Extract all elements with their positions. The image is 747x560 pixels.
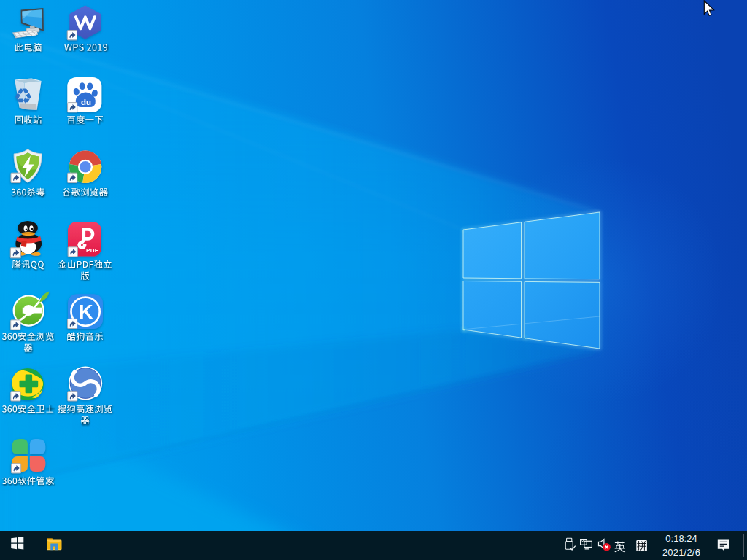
svg-text:PDF: PDF <box>86 247 98 254</box>
svg-text:du: du <box>81 98 91 106</box>
svg-text:K: K <box>79 301 93 323</box>
